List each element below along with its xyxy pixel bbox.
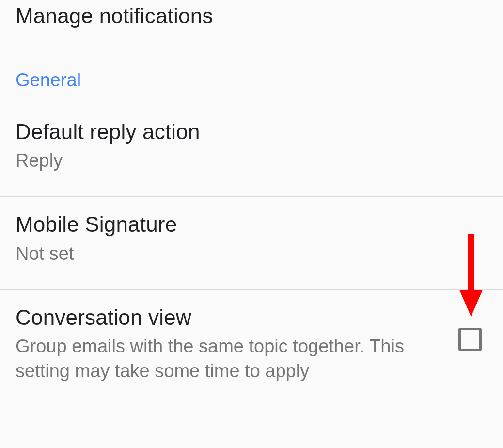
mobile-signature-value: Not set	[16, 241, 442, 266]
default-reply-action-value: Reply	[16, 148, 442, 173]
conversation-view-text: Conversation view Group emails with the …	[16, 304, 458, 384]
conversation-view-description: Group emails with the same topic togethe…	[16, 334, 427, 384]
conversation-view-item[interactable]: Conversation view Group emails with the …	[0, 290, 503, 400]
mobile-signature-title: Mobile Signature	[16, 210, 487, 238]
section-header-general: General	[0, 51, 503, 104]
manage-notifications-item[interactable]: Manage notifications	[0, 0, 503, 51]
manage-notifications-title: Manage notifications	[16, 4, 487, 28]
conversation-view-title: Conversation view	[16, 304, 444, 331]
section-header-label: General	[16, 70, 487, 91]
mobile-signature-item[interactable]: Mobile Signature Not set	[0, 197, 503, 289]
svg-marker-1	[459, 290, 483, 317]
default-reply-action-item[interactable]: Default reply action Reply	[0, 104, 503, 197]
default-reply-action-title: Default reply action	[16, 118, 487, 145]
settings-container: Manage notifications General Default rep…	[0, 0, 503, 448]
conversation-view-checkbox[interactable]	[458, 328, 482, 351]
